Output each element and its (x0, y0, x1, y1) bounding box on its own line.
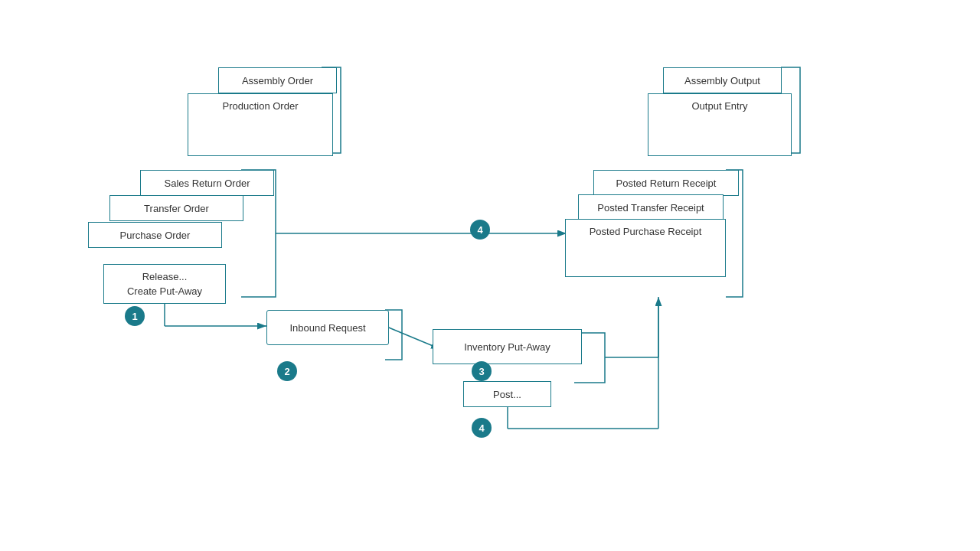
sales-return-order-box: Sales Return Order (140, 170, 274, 196)
posted-return-receipt-box: Posted Return Receipt (593, 170, 739, 196)
posted-purchase-receipt-box: Posted Purchase Receipt (565, 219, 726, 277)
production-order-box: Production Order (188, 93, 333, 156)
inventory-putaway-box: Inventory Put-Away (433, 329, 582, 364)
output-entry-box: Output Entry (648, 93, 792, 156)
posted-transfer-receipt-box: Posted Transfer Receipt (578, 194, 724, 220)
badge-3: 3 (472, 361, 492, 381)
post-box: Post... (463, 381, 551, 407)
badge-4-top: 4 (470, 220, 490, 240)
assembly-order-box: Assembly Order (218, 67, 337, 93)
transfer-order-box: Transfer Order (109, 195, 243, 221)
assembly-output-box: Assembly Output (663, 67, 782, 93)
badge-2: 2 (277, 361, 297, 381)
release-putaway-box: Release... Create Put-Away (103, 264, 226, 304)
badge-1: 1 (125, 306, 145, 326)
diagram: Assembly Order Production Order Assembly… (0, 0, 980, 551)
badge-4-bottom: 4 (472, 418, 492, 438)
inbound-request-box: Inbound Request (266, 310, 389, 345)
purchase-order-box: Purchase Order (88, 222, 222, 248)
